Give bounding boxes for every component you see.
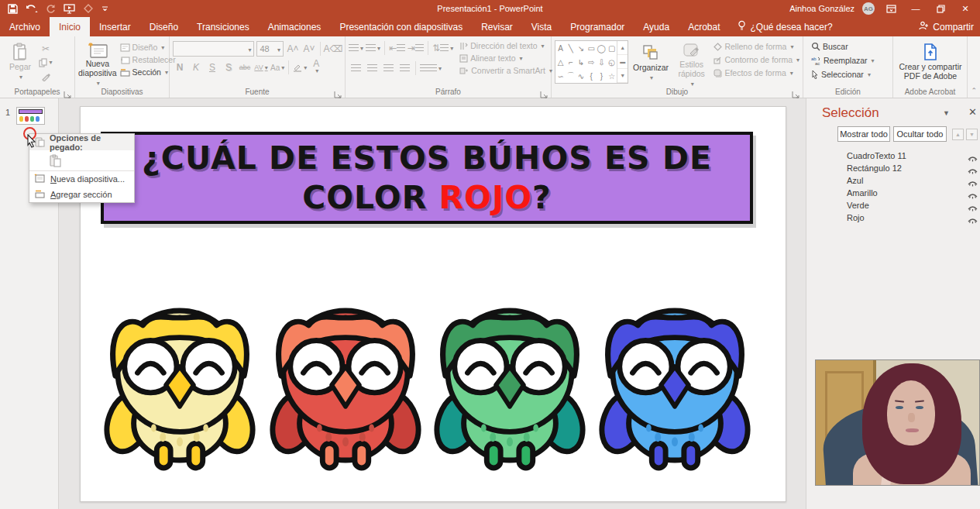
clipboard-dialog-launcher-icon[interactable] bbox=[64, 88, 72, 96]
decrease-font-icon[interactable]: A˅ bbox=[302, 42, 316, 56]
send-backward-icon[interactable]: ▼ bbox=[966, 129, 978, 140]
drawing-dialog-launcher-icon[interactable] bbox=[792, 88, 800, 96]
convert-smartart-button[interactable]: Convertir a SmartArt bbox=[459, 66, 552, 75]
tab-acrobat[interactable]: Acrobat bbox=[679, 17, 729, 36]
shape-down-arrow-icon[interactable]: ⇩ bbox=[598, 58, 604, 67]
font-size-combobox[interactable]: 48 bbox=[256, 41, 284, 57]
find-button[interactable]: Buscar bbox=[811, 42, 889, 51]
tell-me-search[interactable]: ¿Qué desea hacer? bbox=[730, 17, 841, 36]
shape-triangle-icon[interactable]: △ bbox=[558, 58, 564, 67]
cut-icon[interactable]: ✂ bbox=[39, 43, 53, 54]
tab-presentación-con-diapositivas[interactable]: Presentación con diapositivas bbox=[330, 17, 472, 36]
underline-button[interactable]: S bbox=[205, 60, 219, 74]
paste-button[interactable]: Pegar bbox=[3, 40, 37, 85]
new-slide-button[interactable]: Nueva diapositiva bbox=[78, 40, 117, 85]
shape-text-box-icon[interactable]: A bbox=[558, 44, 563, 53]
tab-revisar[interactable]: Revisar bbox=[472, 17, 522, 36]
numbering-button[interactable] bbox=[366, 41, 380, 55]
bring-forward-icon[interactable]: ▲ bbox=[952, 129, 964, 140]
select-button[interactable]: Seleccionar bbox=[811, 70, 889, 79]
font-color-button[interactable]: A bbox=[309, 60, 323, 74]
section-button[interactable]: Sección bbox=[120, 67, 176, 77]
tab-ayuda[interactable]: Ayuda bbox=[634, 17, 679, 36]
start-slideshow-icon[interactable] bbox=[64, 2, 75, 15]
context-menu-add-section[interactable]: Agregar sección bbox=[29, 187, 134, 202]
columns-icon[interactable] bbox=[420, 61, 442, 75]
shape-rectangle-icon[interactable]: ▭ bbox=[588, 44, 595, 53]
owl-rojo[interactable] bbox=[269, 292, 422, 478]
italic-button[interactable]: K bbox=[189, 60, 203, 74]
highlight-color-button[interactable] bbox=[293, 60, 307, 74]
shape-arc-icon[interactable]: ⌒ bbox=[567, 71, 575, 81]
selection-item-cuadrotexto-11[interactable]: CuadroTexto 11 bbox=[806, 150, 980, 162]
shape-curve-icon[interactable]: ∿ bbox=[578, 72, 584, 81]
selection-item-azul[interactable]: Azul bbox=[806, 174, 980, 187]
tab-archivo[interactable]: Archivo bbox=[0, 17, 50, 36]
slide-title-banner[interactable]: ¿CUÁL DE ESTOS BÚHOS ES DE COLOR ROJO? bbox=[101, 132, 753, 224]
format-painter-icon[interactable] bbox=[39, 71, 53, 82]
shape-rounded-rectangle-icon[interactable]: ▢ bbox=[608, 44, 615, 53]
align-right-icon[interactable] bbox=[381, 61, 395, 75]
hide-all-button[interactable]: Ocultar todo bbox=[893, 126, 947, 142]
ribbon-display-options-icon[interactable] bbox=[882, 1, 899, 16]
shapes-scroll-down-icon[interactable]: ▼ bbox=[617, 69, 628, 83]
shape-elbow-arrow-icon[interactable]: ↳ bbox=[578, 58, 584, 67]
reset-slide-button[interactable]: Restablecer bbox=[120, 55, 176, 64]
context-menu-new-slide[interactable]: Nueva diapositiva... bbox=[29, 171, 134, 187]
selection-pane-close-icon[interactable]: ✕ bbox=[968, 106, 977, 118]
shape-outline-button[interactable]: Contorno de forma bbox=[714, 55, 799, 64]
text-shadow-button[interactable]: S bbox=[222, 60, 236, 74]
tab-programador[interactable]: Programador bbox=[561, 17, 634, 36]
tab-insertar[interactable]: Insertar bbox=[90, 17, 140, 36]
customize-qat-icon[interactable] bbox=[101, 2, 108, 15]
arrange-button[interactable]: Organizar bbox=[632, 40, 669, 85]
slide-layout-button[interactable]: Diseño bbox=[120, 43, 176, 52]
save-icon[interactable] bbox=[8, 2, 18, 15]
align-text-button[interactable]: Alinear texto bbox=[459, 53, 552, 63]
line-spacing-icon[interactable]: ⇅ bbox=[432, 41, 453, 55]
shape-line-icon[interactable]: ╲ bbox=[569, 44, 573, 53]
avatar[interactable]: AG bbox=[862, 2, 875, 15]
align-center-icon[interactable] bbox=[365, 61, 379, 75]
share-button[interactable]: Compartir bbox=[919, 17, 974, 36]
tab-inicio[interactable]: Inicio bbox=[50, 17, 90, 36]
collapse-ribbon-icon[interactable]: ⌃ bbox=[971, 87, 977, 95]
tab-vista[interactable]: Vista bbox=[522, 17, 561, 36]
shape-right-brace-icon[interactable]: } bbox=[600, 72, 603, 81]
owl-verde[interactable] bbox=[433, 292, 586, 478]
clear-formatting-icon[interactable]: A⌫ bbox=[325, 42, 342, 56]
strikethrough-button[interactable]: abc bbox=[238, 60, 252, 74]
justify-icon[interactable] bbox=[397, 61, 411, 75]
redo-icon[interactable] bbox=[46, 2, 56, 15]
selection-item-rectángulo-12[interactable]: Rectángulo 12 bbox=[806, 162, 980, 174]
selection-item-amarillo[interactable]: Amarillo bbox=[806, 187, 980, 199]
shape-star-icon[interactable]: ☆ bbox=[608, 72, 615, 81]
shape-left-brace-icon[interactable]: { bbox=[590, 72, 593, 81]
shape-scribble-icon[interactable]: ∽ bbox=[557, 72, 563, 81]
tab-transiciones[interactable]: Transiciones bbox=[187, 17, 259, 36]
font-dialog-launcher-icon[interactable] bbox=[334, 88, 342, 96]
tab-diseño[interactable]: Diseño bbox=[140, 17, 187, 36]
tab-animaciones[interactable]: Animaciones bbox=[259, 17, 331, 36]
change-case-button[interactable]: Aa bbox=[270, 60, 284, 74]
paste-option-keep-formatting[interactable] bbox=[29, 150, 134, 171]
shape-fill-button[interactable]: Relleno de forma bbox=[714, 42, 799, 51]
restore-button[interactable] bbox=[932, 1, 949, 16]
selection-pane-menu-icon[interactable]: ▼ bbox=[943, 109, 950, 117]
increase-font-icon[interactable]: A˄ bbox=[286, 42, 300, 56]
slide-thumbnail[interactable] bbox=[16, 107, 45, 125]
shape-effects-button[interactable]: Efectos de forma bbox=[714, 68, 799, 77]
close-button[interactable]: ✕ bbox=[957, 1, 974, 16]
shape-right-arrow-icon[interactable]: ⇨ bbox=[588, 58, 594, 67]
selection-item-verde[interactable]: Verde bbox=[806, 199, 980, 212]
quick-styles-button[interactable]: Estilos rápidos bbox=[673, 40, 710, 85]
owl-amarillo[interactable] bbox=[103, 292, 256, 478]
shape-pie-icon[interactable]: ◵ bbox=[608, 58, 615, 67]
font-name-combobox[interactable] bbox=[173, 41, 254, 57]
paragraph-dialog-launcher-icon[interactable] bbox=[540, 88, 548, 96]
text-direction-button[interactable]: Dirección del texto bbox=[459, 41, 552, 50]
bold-button[interactable]: N bbox=[173, 60, 187, 74]
undo-icon[interactable] bbox=[26, 2, 38, 15]
user-name[interactable]: Ainhoa González bbox=[789, 4, 854, 13]
shape-arrow-icon[interactable]: ↘ bbox=[578, 44, 584, 53]
